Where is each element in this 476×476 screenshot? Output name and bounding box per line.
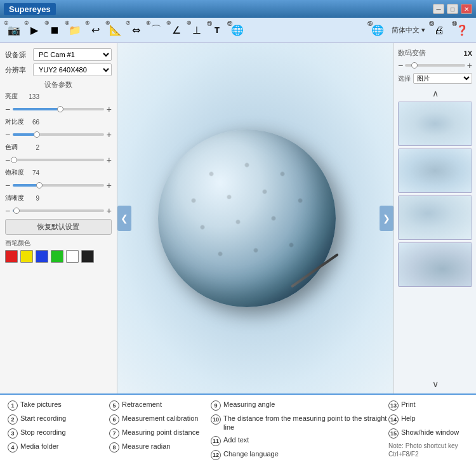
saturation-minus[interactable]: − xyxy=(5,181,10,190)
thumbnail-down[interactable]: ∨ xyxy=(397,377,473,391)
hue-track[interactable] xyxy=(13,159,104,161)
stop-recording-button[interactable]: ③ ⏹ xyxy=(46,22,63,39)
zoom-section: 数码变倍 1X xyxy=(397,46,473,60)
thumbnail-1[interactable] xyxy=(398,102,472,146)
brightness-plus[interactable]: + xyxy=(107,105,112,114)
zoom-plus[interactable]: + xyxy=(467,60,472,70)
measuring-point-distance-button[interactable]: ⑦ ⇔ xyxy=(127,22,145,39)
legend-item-10: 10 The distance from the measuring point… xyxy=(211,414,388,432)
legend-col-4: 13 Print 14 Help 15 Show/hide window Not… xyxy=(388,400,468,471)
contrast-track[interactable] xyxy=(13,133,104,136)
zoom-thumb[interactable] xyxy=(411,62,418,69)
resolution-select[interactable]: YUY2 640X480 xyxy=(33,63,112,76)
contrast-value: 66 xyxy=(27,119,39,126)
hue-ctrl: − + xyxy=(5,155,112,164)
saturation-track[interactable] xyxy=(13,184,104,187)
legend-item-5: 5 Retracement xyxy=(109,400,211,411)
take-pictures-button[interactable]: ① 📷 xyxy=(5,22,23,39)
sharpness-minus[interactable]: − xyxy=(5,206,10,215)
brightness-row: 亮度 133 xyxy=(5,92,112,101)
measurement-calibration-button[interactable]: ⑥ 📐 xyxy=(107,22,124,39)
saturation-plus[interactable]: + xyxy=(107,181,112,190)
color-swatches xyxy=(5,250,112,263)
contrast-minus[interactable]: − xyxy=(5,130,10,139)
zoom-label: 数码变倍 xyxy=(398,48,426,58)
specimen-ball xyxy=(158,129,336,307)
zoom-slider[interactable] xyxy=(405,64,465,67)
app-logo: Supereyes xyxy=(4,3,56,15)
sharpness-row: 清晰度 9 xyxy=(5,194,112,202)
center-viewer: ❮ ❯ xyxy=(117,43,393,393)
color-black[interactable] xyxy=(81,250,94,263)
legend-item-4: 4 Media folder xyxy=(8,442,109,453)
device-source-select[interactable]: PC Cam #1 xyxy=(33,48,112,61)
legend-item-6: 6 Measurement calibration xyxy=(109,414,211,425)
change-language-button[interactable]: ⑫ 🌐 xyxy=(228,22,246,39)
toolbar-right: ⑮ 🌐 简体中文 ▾ ⑬ 🖨 ⑭ ❓ xyxy=(369,22,471,39)
legend-item-13: 13 Print xyxy=(388,400,468,411)
color-green[interactable] xyxy=(51,250,63,263)
hue-label: 色调 xyxy=(5,143,24,152)
left-panel: 设备源 PC Cam #1 分辨率 YUY2 640X480 设备参数 亮度 1… xyxy=(0,43,117,393)
color-white[interactable] xyxy=(66,250,79,263)
sharpness-ctrl: − + xyxy=(5,206,112,215)
sharpness-track[interactable] xyxy=(13,209,104,212)
brightness-value: 133 xyxy=(27,93,39,100)
start-recording-button[interactable]: ② ▶ xyxy=(25,22,43,39)
thumbnail-up[interactable]: ∧ xyxy=(397,86,473,100)
minimize-button[interactable]: ─ xyxy=(433,4,444,14)
legend-item-11: 11 Add text xyxy=(211,435,388,446)
distance-to-line-button[interactable]: ⑩ ⊥ xyxy=(188,22,206,39)
measuring-angle-button[interactable]: ⑨ ∠ xyxy=(168,22,185,39)
measure-radian-button[interactable]: ⑧ ⌒ xyxy=(147,22,165,39)
color-section: 画笔颜色 xyxy=(5,239,112,263)
hue-row: 色调 2 xyxy=(5,143,112,152)
hue-plus[interactable]: + xyxy=(107,155,112,164)
legend-item-8: 8 Measure radian xyxy=(109,442,211,453)
zoom-minus[interactable]: − xyxy=(398,60,403,70)
legend-col-1: 1 Take pictures 2 Start recording 3 Stop… xyxy=(8,400,109,471)
resolution-label: 分辨率 xyxy=(5,65,30,75)
sharpness-plus[interactable]: + xyxy=(107,206,112,215)
view-select[interactable]: 图片 xyxy=(413,73,472,84)
legend-item-12: 12 Change language xyxy=(211,449,388,460)
color-yellow[interactable] xyxy=(20,250,33,263)
media-folder-button[interactable]: ④ 📁 xyxy=(66,22,84,39)
brightness-label: 亮度 xyxy=(5,92,24,101)
saturation-row: 饱和度 74 xyxy=(5,168,112,177)
hue-value: 2 xyxy=(27,144,39,151)
help-button[interactable]: ⑭ ❓ xyxy=(453,22,471,39)
language-selector[interactable]: 简体中文 ▾ xyxy=(392,25,425,35)
select-row: 选择 图片 xyxy=(397,70,473,86)
title-bar: Supereyes ─ □ ✕ xyxy=(0,0,476,18)
brightness-track[interactable] xyxy=(13,108,104,110)
thumbnail-4[interactable] xyxy=(398,242,472,287)
retracement-button[interactable]: ⑤ ↩ xyxy=(86,22,104,39)
viewer-nav-left[interactable]: ❮ xyxy=(117,206,131,231)
legend-col-3: 9 Measuring angle 10 The distance from t… xyxy=(211,400,388,471)
zoom-value: 1X xyxy=(464,50,472,57)
maximize-button[interactable]: □ xyxy=(447,4,458,14)
color-red[interactable] xyxy=(5,250,18,263)
thumbnail-2[interactable] xyxy=(398,149,472,193)
add-text-button[interactable]: ⑪ T xyxy=(208,22,226,39)
legend-item-14: 14 Help xyxy=(388,414,468,425)
device-source-row: 设备源 PC Cam #1 xyxy=(5,48,112,61)
viewer-nav-right[interactable]: ❯ xyxy=(380,206,393,231)
contrast-ctrl: − + xyxy=(5,130,112,139)
sharpness-label: 清晰度 xyxy=(5,194,24,202)
print-button[interactable]: ⑬ 🖨 xyxy=(430,22,448,39)
brightness-minus[interactable]: − xyxy=(5,105,10,114)
toolbar: ① 📷 ② ▶ ③ ⏹ ④ 📁 ⑤ ↩ ⑥ 📐 ⑦ ⇔ ⑧ ⌒ ⑨ ∠ ⑩ ⊥ … xyxy=(0,18,476,43)
device-source-label: 设备源 xyxy=(5,50,30,60)
legend-item-9: 9 Measuring angle xyxy=(211,400,388,411)
contrast-plus[interactable]: + xyxy=(107,130,112,139)
legend-area: 1 Take pictures 2 Start recording 3 Stop… xyxy=(0,393,476,476)
toolbar-15-left[interactable]: ⑮ 🌐 xyxy=(369,22,387,39)
close-button[interactable]: ✕ xyxy=(461,4,472,14)
hue-minus[interactable]: − xyxy=(5,155,10,164)
viewer-image xyxy=(117,43,393,393)
reset-button[interactable]: 恢复默认设置 xyxy=(5,219,112,235)
thumbnail-3[interactable] xyxy=(398,195,472,240)
color-blue[interactable] xyxy=(36,250,48,263)
